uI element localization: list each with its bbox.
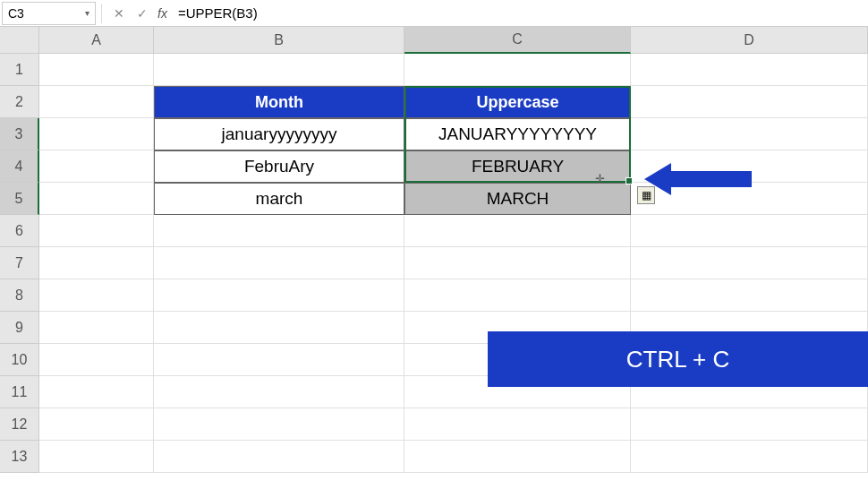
cell-b12[interactable] [154,408,404,441]
col-header-b[interactable]: B [154,27,404,54]
cell-a3[interactable] [39,118,154,150]
row-header-8[interactable]: 8 [0,279,39,312]
cell-a13[interactable] [39,441,154,473]
formula-bar: C3 ▾ ✕ ✓ fx [0,0,868,27]
formula-bar-buttons: ✕ ✓ fx [107,6,171,21]
row-header-12[interactable]: 12 [0,408,39,441]
cell-b8[interactable] [154,279,404,312]
row-header-1[interactable]: 1 [0,54,39,86]
row-header-10[interactable]: 10 [0,344,39,376]
name-box-value: C3 [8,6,24,21]
cell-b5[interactable]: march [154,183,404,215]
cell-b1[interactable] [154,54,404,86]
cell-a11[interactable] [39,376,154,408]
shortcut-text: CTRL + C [626,346,729,373]
formula-input[interactable] [171,0,868,26]
col-header-c[interactable]: C [404,27,631,54]
cell-a9[interactable] [39,312,154,344]
cell-d1[interactable] [631,54,868,86]
cell-a7[interactable] [39,247,154,279]
cell-d6[interactable] [631,215,868,247]
cell-a6[interactable] [39,215,154,247]
divider [101,4,102,23]
cell-b9[interactable] [154,312,404,344]
cell-c1[interactable] [404,54,631,86]
select-all-corner[interactable] [0,27,39,54]
cell-a12[interactable] [39,408,154,441]
cell-c13[interactable] [404,441,631,473]
cell-b6[interactable] [154,215,404,247]
name-box[interactable]: C3 ▾ [2,2,96,25]
cell-b3[interactable]: januaryyyyyyyy [154,118,404,150]
row-header-9[interactable]: 9 [0,312,39,344]
cell-d13[interactable] [631,441,868,473]
cell-c8[interactable] [404,279,631,312]
spreadsheet-grid[interactable]: A B C D 1 2 Month Uppercase 3 januaryyyy… [0,27,868,473]
cell-d7[interactable] [631,247,868,279]
chevron-down-icon[interactable]: ▾ [85,8,89,18]
row-header-5[interactable]: 5 [0,183,39,215]
row-header-6[interactable]: 6 [0,215,39,247]
arrow-callout-icon [644,163,752,195]
cell-c5[interactable]: MARCH [404,183,631,215]
cell-a10[interactable] [39,344,154,376]
cell-d3[interactable] [631,118,868,150]
row-header-4[interactable]: 4 [0,150,39,183]
row-header-2[interactable]: 2 [0,86,39,118]
cell-c6[interactable] [404,215,631,247]
cell-b4[interactable]: FebruAry [154,150,404,183]
cell-a4[interactable] [39,150,154,183]
cell-a5[interactable] [39,183,154,215]
row-header-11[interactable]: 11 [0,376,39,408]
cancel-icon[interactable]: ✕ [111,6,127,21]
cell-a2[interactable] [39,86,154,118]
row-header-7[interactable]: 7 [0,247,39,279]
row-header-3[interactable]: 3 [0,118,39,150]
cell-d12[interactable] [631,408,868,441]
cell-b10[interactable] [154,344,404,376]
confirm-icon[interactable]: ✓ [134,6,150,21]
table-header-month[interactable]: Month [154,86,404,118]
cell-c3[interactable]: JANUARYYYYYYYY [404,118,631,150]
table-header-uppercase[interactable]: Uppercase [404,86,631,118]
shortcut-banner: CTRL + C [488,331,868,387]
cell-b13[interactable] [154,441,404,473]
cell-a1[interactable] [39,54,154,86]
cell-d8[interactable] [631,279,868,312]
row-header-13[interactable]: 13 [0,441,39,473]
cell-c7[interactable] [404,247,631,279]
cell-b11[interactable] [154,376,404,408]
col-header-a[interactable]: A [39,27,154,54]
cell-a8[interactable] [39,279,154,312]
fx-icon[interactable]: fx [157,6,167,21]
cell-b7[interactable] [154,247,404,279]
col-header-d[interactable]: D [631,27,868,54]
cursor-icon: ✛ [595,172,605,185]
cell-d2[interactable] [631,86,868,118]
cell-c12[interactable] [404,408,631,441]
